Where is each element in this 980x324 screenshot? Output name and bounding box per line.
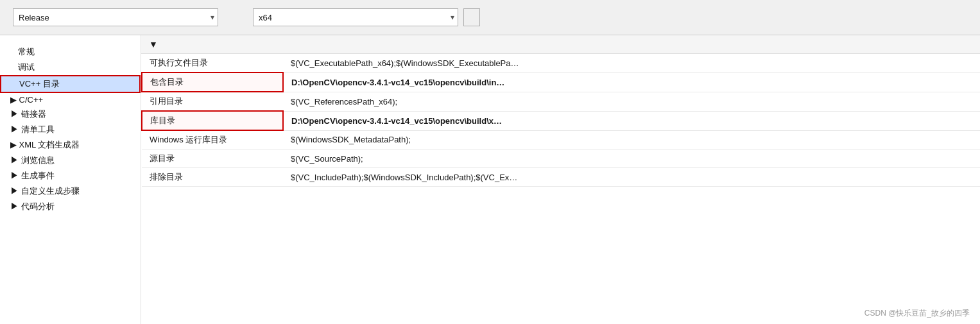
table-row[interactable]: 库目录D:\OpenCV\opencv-3.4.1-vc14_vc15\open… (142, 111, 980, 130)
sidebar-item-label-custom_build: ▶ 自定义生成步骤 (10, 185, 80, 197)
prop-name-ref_dir: 引用目录 (142, 92, 283, 111)
prop-name-lib_dir: 库目录 (142, 111, 283, 130)
sidebar-item-label-manifest: ▶ 清单工具 (10, 124, 55, 135)
sidebar-item-custom_build[interactable]: ▶ 自定义生成步骤 (0, 183, 141, 199)
table-row[interactable]: 源目录$(VC_SourcePath); (142, 149, 980, 168)
prop-value-exclude_dir: $(VC_IncludePath);$(WindowsSDK_IncludePa… (283, 168, 980, 187)
sidebar-item-cpp[interactable]: ▶ C/C++ (0, 93, 141, 107)
prop-table: 可执行文件目录$(VC_ExecutablePath_x64);$(Window… (141, 54, 980, 187)
sidebar-item-general[interactable]: 常规 (0, 44, 141, 60)
prop-value-winrt_dir: $(WindowsSDK_MetadataPath); (283, 130, 980, 149)
collapse-icon: ▼ (149, 39, 158, 49)
config-select-wrapper: Release (13, 8, 218, 26)
sidebar-item-debug[interactable]: 调试 (0, 60, 141, 75)
sidebar-item-label-vcpp: VC++ 目录 (19, 78, 60, 90)
sidebar-item-vcpp[interactable]: VC++ 目录 (0, 75, 141, 93)
prop-name-source_dir: 源目录 (142, 149, 283, 168)
sidebar-item-label-xml: ▶ XML 文档生成器 (10, 139, 80, 151)
prop-value-lib_dir: D:\OpenCV\opencv-3.4.1-vc14_vc15\opencv\… (283, 111, 980, 130)
sidebar-item-manifest[interactable]: ▶ 清单工具 (0, 122, 141, 137)
sidebar-root[interactable] (0, 39, 141, 44)
sidebar-item-browse[interactable]: ▶ 浏览信息 (0, 153, 141, 168)
watermark: CSDN @快乐豆苗_故乡的四季 (864, 308, 970, 319)
table-row[interactable]: 可执行文件目录$(VC_ExecutablePath_x64);$(Window… (142, 54, 980, 72)
sidebar-item-label-cpp: ▶ C/C++ (10, 95, 43, 105)
sidebar: 常规调试VC++ 目录▶ C/C++▶ 链接器▶ 清单工具▶ XML 文档生成器… (0, 35, 141, 324)
sidebar-item-xml[interactable]: ▶ XML 文档生成器 (0, 137, 141, 153)
config-button[interactable] (463, 8, 480, 26)
prop-name-exec_dir: 可执行文件目录 (142, 54, 283, 72)
table-row[interactable]: 引用目录$(VC_ReferencesPath_x64); (142, 92, 980, 111)
toolbar: Release x64 (0, 0, 980, 35)
sidebar-item-label-browse: ▶ 浏览信息 (10, 155, 55, 166)
config-select[interactable]: Release (13, 8, 218, 26)
prop-name-exclude_dir: 排除目录 (142, 168, 283, 187)
prop-value-exec_dir: $(VC_ExecutablePath_x64);$(WindowsSDK_Ex… (283, 54, 980, 72)
table-row[interactable]: 排除目录$(VC_IncludePath);$(WindowsSDK_Inclu… (142, 168, 980, 187)
main-content: 常规调试VC++ 目录▶ C/C++▶ 链接器▶ 清单工具▶ XML 文档生成器… (0, 35, 980, 324)
prop-name-winrt_dir: Windows 运行库目录 (142, 130, 283, 149)
prop-value-ref_dir: $(VC_ReferencesPath_x64); (283, 92, 980, 111)
sidebar-item-label-code_analysis: ▶ 代码分析 (10, 201, 55, 212)
platform-select[interactable]: x64 (253, 8, 458, 26)
prop-name-include_dir: 包含目录 (142, 72, 283, 92)
table-row[interactable]: Windows 运行库目录$(WindowsSDK_MetadataPath); (142, 130, 980, 149)
sidebar-item-label-debug: 调试 (18, 62, 35, 73)
sidebar-item-linker[interactable]: ▶ 链接器 (0, 107, 141, 122)
sidebar-item-build_events[interactable]: ▶ 生成事件 (0, 168, 141, 183)
sidebar-item-code_analysis[interactable]: ▶ 代码分析 (0, 199, 141, 214)
prop-value-source_dir: $(VC_SourcePath); (283, 149, 980, 168)
sidebar-item-label-general: 常规 (18, 46, 35, 58)
sidebar-item-label-linker: ▶ 链接器 (10, 108, 46, 120)
prop-section-header: ▼ (141, 35, 980, 54)
platform-select-wrapper: x64 (253, 8, 458, 26)
prop-value-include_dir: D:\OpenCV\opencv-3.4.1-vc14_vc15\opencv\… (283, 72, 980, 92)
sidebar-item-label-build_events: ▶ 生成事件 (10, 170, 55, 182)
table-row[interactable]: 包含目录D:\OpenCV\opencv-3.4.1-vc14_vc15\ope… (142, 72, 980, 92)
properties-panel: ▼ 可执行文件目录$(VC_ExecutablePath_x64);$(Wind… (141, 35, 980, 324)
